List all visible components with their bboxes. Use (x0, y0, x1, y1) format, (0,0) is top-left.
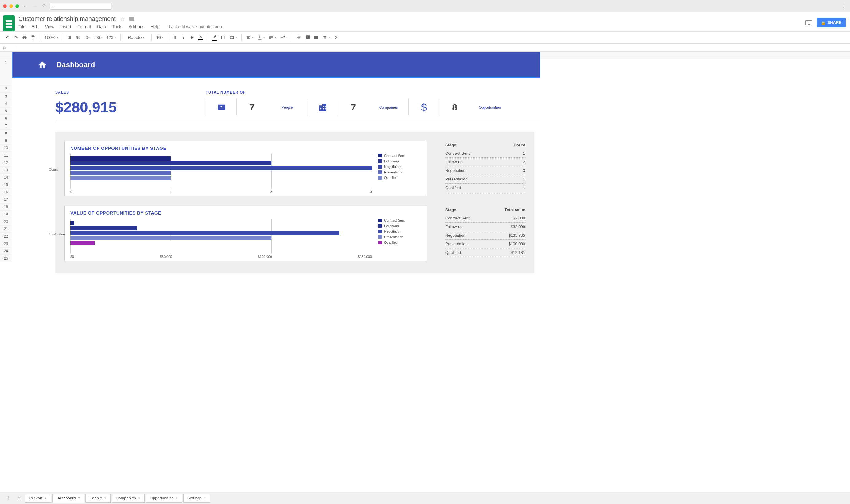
opportunities-icon: $ (408, 99, 439, 116)
menu-tools[interactable]: Tools (112, 24, 123, 29)
legend-label: Contract Sent (384, 154, 405, 158)
folder-move-icon[interactable] (129, 17, 134, 21)
wrap-icon[interactable] (267, 33, 278, 42)
row-header[interactable]: 24 (0, 247, 12, 255)
row-headers: 1234567891011121314151617181920212223242… (0, 52, 12, 488)
link-icon[interactable] (296, 33, 303, 42)
decrease-decimal-icon[interactable]: .0← (83, 33, 92, 42)
print-icon[interactable] (21, 33, 28, 42)
row-header[interactable]: 12 (0, 159, 12, 166)
comment-icon[interactable] (304, 33, 312, 42)
doc-title[interactable]: Customer relationship management (18, 15, 116, 22)
menu-data[interactable]: Data (97, 24, 106, 29)
row-header[interactable]: 20 (0, 218, 12, 225)
chart-bar (70, 156, 171, 161)
chart-plot: Total value$0$50,000$100,000$150,000 (70, 218, 372, 258)
row-header[interactable]: 3 (0, 93, 12, 100)
legend-swatch (378, 224, 382, 228)
borders-icon[interactable] (219, 33, 227, 42)
row-header[interactable]: 25 (0, 255, 12, 262)
functions-icon[interactable]: Σ (333, 33, 340, 42)
italic-icon[interactable]: I (180, 33, 187, 42)
text-color-icon[interactable]: A (197, 33, 205, 42)
redo-icon[interactable]: ↷ (12, 33, 20, 42)
browser-menu-icon[interactable]: ⋮ (839, 4, 847, 8)
legend-swatch (378, 154, 382, 158)
row-header[interactable]: 23 (0, 240, 12, 247)
menu-file[interactable]: File (18, 24, 25, 29)
font-select[interactable]: Roboto (124, 33, 148, 42)
home-icon (37, 60, 47, 69)
window-close-dot[interactable] (3, 4, 7, 8)
table-row: Negotiation$133,785 (445, 231, 525, 240)
merge-icon[interactable] (228, 33, 238, 42)
menu-insert[interactable]: Insert (60, 24, 71, 29)
share-button[interactable]: 🔒 SHARE (816, 18, 846, 27)
row-header[interactable]: 4 (0, 100, 12, 107)
formula-bar[interactable]: fx (0, 43, 850, 52)
last-edit-link[interactable]: Last edit was 7 minutes ago (169, 24, 222, 29)
window-max-dot[interactable] (15, 4, 19, 8)
companies-icon (307, 99, 338, 116)
zoom-select[interactable]: 100% (43, 33, 59, 42)
rotate-icon[interactable] (279, 33, 289, 42)
x-tick: 0 (70, 190, 72, 194)
row-header[interactable]: 19 (0, 211, 12, 218)
row-header[interactable]: 13 (0, 166, 12, 174)
reload-icon[interactable]: ⟳ (41, 3, 48, 9)
star-icon[interactable]: ☆ (120, 16, 125, 22)
row-header[interactable]: 7 (0, 122, 12, 129)
h-align-icon[interactable] (245, 33, 255, 42)
row-header[interactable]: 1 (0, 59, 12, 85)
menu-format[interactable]: Format (77, 24, 91, 29)
menu-addons[interactable]: Add-ons (128, 24, 144, 29)
number-format-select[interactable]: 123 (105, 33, 117, 42)
table-cell: Presentation (445, 241, 468, 246)
toolbar: ↶ ↷ 100% $ % .0← .00→ 123 Roboto 10 B I … (0, 31, 850, 43)
table-header: Stage (445, 143, 456, 147)
chart-icon[interactable] (313, 33, 320, 42)
chart-bar (70, 176, 171, 180)
forward-icon[interactable]: → (31, 3, 39, 9)
row-header[interactable]: 2 (0, 85, 12, 93)
row-header[interactable]: 10 (0, 144, 12, 151)
currency-icon[interactable]: $ (66, 33, 73, 42)
bold-icon[interactable]: B (171, 33, 179, 42)
chart-bar (70, 161, 271, 165)
filter-icon[interactable] (321, 33, 331, 42)
row-header[interactable]: 22 (0, 233, 12, 240)
paint-format-icon[interactable] (30, 33, 37, 42)
url-bar[interactable]: ⌕ (50, 3, 111, 10)
table-row: Contract Sent$2,000 (445, 214, 525, 222)
row-header[interactable]: 16 (0, 188, 12, 196)
row-header[interactable]: 14 (0, 174, 12, 181)
legend-label: Negotiation (384, 165, 401, 168)
menu-help[interactable]: Help (151, 24, 160, 29)
row-header[interactable]: 11 (0, 151, 12, 159)
font-size-select[interactable]: 10 (155, 33, 165, 42)
row-header[interactable]: 5 (0, 107, 12, 115)
row-header[interactable]: 8 (0, 129, 12, 137)
window-min-dot[interactable] (9, 4, 13, 8)
increase-decimal-icon[interactable]: .00→ (93, 33, 104, 42)
menu-view[interactable]: View (45, 24, 54, 29)
strike-icon[interactable]: S (189, 33, 196, 42)
undo-icon[interactable]: ↶ (4, 33, 11, 42)
v-align-icon[interactable] (256, 33, 266, 42)
row-header[interactable]: 21 (0, 225, 12, 233)
fill-color-icon[interactable] (211, 33, 218, 42)
back-icon[interactable]: ← (21, 3, 29, 9)
row-header[interactable]: 15 (0, 181, 12, 188)
row-header[interactable]: 6 (0, 115, 12, 122)
opportunities-label: Opportunities (470, 99, 510, 116)
sheets-logo-icon[interactable] (3, 15, 15, 31)
menu-edit[interactable]: Edit (32, 24, 39, 29)
row-header[interactable]: 18 (0, 203, 12, 211)
row-header[interactable]: 17 (0, 196, 12, 203)
chart-bar (70, 221, 74, 225)
comments-icon[interactable] (805, 20, 812, 25)
row-header[interactable]: 9 (0, 137, 12, 144)
table-cell: Qualified (445, 250, 461, 255)
percent-icon[interactable]: % (75, 33, 82, 42)
legend-label: Presentation (384, 235, 403, 239)
